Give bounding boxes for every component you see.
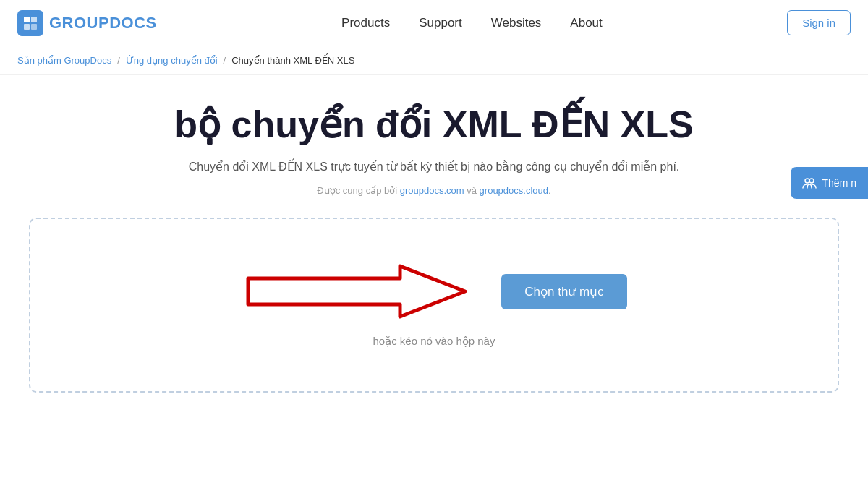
logo-text: GROUPDOCS [49,14,157,33]
page-title: bộ chuyển đổi XML ĐẾN XLS [17,104,851,145]
svg-marker-6 [248,266,465,317]
group-icon [802,176,817,190]
header: GROUPDOCS Products Support Websites Abou… [0,0,868,46]
nav-products[interactable]: Products [341,16,390,30]
upload-box: Chọn thư mục hoặc kéo nó vào hộp này [29,218,839,393]
svg-rect-1 [31,17,37,22]
svg-point-5 [809,179,814,183]
breadcrumb: Sản phẩm GroupDocs / Ứng dụng chuyển đổi… [0,46,868,75]
nav-websites[interactable]: Websites [491,16,542,30]
drag-text: hoặc kéo nó vào hộp này [373,335,495,348]
main-content: bộ chuyển đổi XML ĐẾN XLS Chuyển đổi XML… [0,75,868,407]
svg-rect-0 [24,17,30,22]
powered-by: Được cung cấp bởi groupdocs.com và group… [17,185,851,196]
nav-about[interactable]: About [570,16,602,30]
breadcrumb-current: Chuyển thành XML ĐẾN XLS [231,55,354,66]
logo-icon [17,10,43,36]
upload-row: Chọn thư mục [241,262,626,320]
arrow-icon [241,262,472,320]
floating-label: Thêm n [822,177,856,189]
page-subtitle: Chuyển đổi XML ĐẾN XLS trực tuyến từ bất… [17,160,851,174]
breadcrumb-sep-2: / [224,55,226,66]
svg-rect-2 [24,24,30,30]
sign-in-button[interactable]: Sign in [787,10,851,35]
main-nav: Products Support Websites About [341,16,603,30]
breadcrumb-sep-1: / [117,55,120,66]
breadcrumb-item-2[interactable]: Ứng dụng chuyển đổi [126,55,218,66]
powered-link-2[interactable]: groupdocs.cloud [480,185,548,196]
breadcrumb-item-1[interactable]: Sản phẩm GroupDocs [17,55,111,66]
powered-text: Được cung cấp bởi [317,185,399,196]
powered-link-1[interactable]: groupdocs.com [400,185,464,196]
svg-point-4 [805,179,809,183]
logo-area: GROUPDOCS [17,10,157,36]
powered-and: và [464,185,480,196]
nav-support[interactable]: Support [419,16,462,30]
choose-folder-button[interactable]: Chọn thư mục [501,274,626,309]
svg-rect-3 [31,24,37,30]
powered-end: . [548,185,551,196]
arrow-container [241,262,472,320]
floating-panel[interactable]: Thêm n [791,167,868,199]
